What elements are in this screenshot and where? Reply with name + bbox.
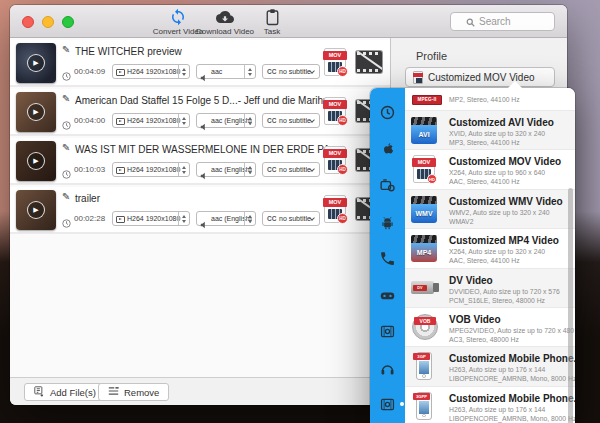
gamepad-icon[interactable] (379, 287, 396, 304)
profile-item[interactable]: WMV Customized WMV VideoWMV2, Auto size … (405, 190, 575, 229)
profile-item[interactable]: DV DV VideoDVVIDEO, Auto size up to 720 … (405, 269, 575, 308)
hd-badge: HD (337, 213, 348, 224)
output-format-icon[interactable]: MOVHD (324, 195, 346, 223)
headphones-icon[interactable] (379, 360, 396, 377)
file-row[interactable]: ▶ ✎ WAS IST MIT DER WASSERMELONE IN DER … (10, 138, 390, 185)
phone-icon[interactable] (379, 250, 396, 267)
video-format-select[interactable]: H264 1920x1080 (112, 162, 190, 177)
close-button[interactable] (22, 16, 34, 28)
profile-panel-title: Profile (416, 50, 447, 62)
video-thumbnail[interactable]: ▶ (16, 190, 56, 230)
add-files-button[interactable]: Add File(s) (24, 383, 106, 401)
popup-scrollbar[interactable] (568, 188, 573, 423)
speaker-icon (200, 215, 208, 233)
cc-icon: CC (267, 117, 276, 124)
subtitle-select[interactable]: CCno subtitle (262, 162, 320, 177)
profile-item[interactable]: AVI Customized AVI VideoXVID, Auto size … (405, 111, 575, 150)
search-icon (466, 13, 475, 31)
play-icon: ▶ (27, 103, 45, 121)
speaker-icon (200, 68, 208, 86)
mpeg2-badge-icon: MPEG-II (412, 95, 442, 105)
output-format-icon[interactable]: MOVHD (324, 146, 346, 174)
remove-label: Remove (124, 387, 159, 398)
selected-category-indicator (400, 402, 404, 406)
video-codec-icon (116, 118, 125, 125)
add-files-label: Add File(s) (50, 387, 96, 398)
camcorder-icon[interactable] (379, 177, 396, 194)
profile-picker-popup: MPEG-II MP2, Stereo, 44100 Hz AVI Custom… (370, 88, 575, 423)
task-button[interactable]: Task (237, 8, 307, 37)
output-format-icon[interactable]: MOVHD (324, 97, 346, 125)
video-thumbnail[interactable]: ▶ (16, 43, 56, 83)
file-list: ▶ ✎ THE WITCHER preview 00:04:09 H264 19… (10, 38, 390, 377)
stepper-icon[interactable] (178, 212, 189, 225)
recent-icon[interactable] (379, 104, 396, 121)
file-row[interactable]: ▶ ✎ trailer 00:02:28 H264 1920x1080 aac … (10, 187, 390, 234)
remove-button[interactable]: Remove (98, 383, 169, 401)
stepper-icon[interactable] (244, 212, 255, 225)
file-row[interactable]: ▶ ✎ American Dad Staffel 15 Folge 5 D...… (10, 89, 390, 136)
stepper-icon[interactable] (244, 65, 255, 78)
play-icon: ▶ (27, 201, 45, 219)
zoom-button[interactable] (62, 16, 74, 28)
hd-badge: HD (337, 66, 348, 77)
search-input[interactable] (479, 16, 539, 27)
video-thumbnail[interactable]: ▶ (16, 141, 56, 181)
video-format-select[interactable]: H264 1920x1080 (112, 113, 190, 128)
file-title: American Dad Staffel 15 Folge 5 D...- Je… (75, 95, 330, 106)
video-codec-icon (116, 216, 125, 223)
speaker-icon (200, 117, 208, 135)
popup-arrow (508, 81, 522, 88)
clock-icon (62, 165, 71, 183)
edit-title-icon[interactable]: ✎ (62, 191, 70, 202)
profile-select[interactable]: Customized MOV Video (405, 67, 555, 87)
film-format-icon[interactable] (379, 396, 396, 413)
audio-track-select[interactable]: aac (English) (196, 113, 256, 128)
edit-title-icon[interactable]: ✎ (62, 142, 70, 153)
mov-doc-icon (413, 71, 423, 84)
titlebar: Convert Video Download Video Task (10, 5, 567, 38)
stepper-icon[interactable] (178, 65, 189, 78)
edit-title-icon[interactable]: ✎ (62, 44, 70, 55)
mp4-format-icon: MP4 (410, 234, 444, 264)
hd-badge: HD (337, 115, 348, 126)
video-format-select[interactable]: H264 1920x1080 (112, 64, 190, 79)
duration-label: 00:04:09 (74, 67, 105, 76)
audio-track-select[interactable]: aac (196, 64, 256, 79)
stepper-icon[interactable] (244, 163, 255, 176)
apple-icon[interactable] (379, 141, 396, 158)
minimize-button[interactable] (42, 16, 54, 28)
profile-list: MPEG-II MP2, Stereo, 44100 Hz AVI Custom… (405, 88, 575, 423)
profile-item-partial[interactable]: MPEG-II MP2, Stereo, 44100 Hz (405, 88, 575, 111)
video-format-select[interactable]: H264 1920x1080 (112, 211, 190, 226)
subtitle-select[interactable]: CCno subtitle (262, 211, 320, 226)
profile-item[interactable]: 3GP Customized Mobile Phone...H263, Auto… (405, 347, 575, 386)
movie-icon[interactable] (379, 323, 396, 340)
stepper-icon[interactable] (178, 114, 189, 127)
profile-item[interactable]: 3GPP Customized Mobile Phone...H263, Aut… (405, 387, 575, 423)
3gpp-phone-icon: 3GPP (410, 392, 444, 422)
video-codec-icon (116, 167, 125, 174)
vob-disc-icon: VOB (410, 313, 444, 343)
clock-icon (62, 214, 71, 232)
android-icon[interactable] (379, 214, 396, 231)
audio-track-select[interactable]: aac (English) (196, 162, 256, 177)
video-thumbnail[interactable]: ▶ (16, 92, 56, 132)
stepper-icon[interactable] (178, 163, 189, 176)
output-format-icon[interactable]: MOVHD (324, 48, 346, 76)
edit-title-icon[interactable]: ✎ (62, 93, 70, 104)
speaker-icon (200, 166, 208, 184)
profile-item[interactable]: MP4 Customized MP4 VideoX264, Auto size … (405, 229, 575, 268)
wmv-format-icon: WMV (410, 195, 444, 225)
audio-track-select[interactable]: aac (English) (196, 211, 256, 226)
stepper-icon[interactable] (244, 114, 255, 127)
profile-item[interactable]: MOVHD Customized MOV VideoX264, Auto siz… (405, 150, 575, 189)
file-row[interactable]: ▶ ✎ THE WITCHER preview 00:04:09 H264 19… (10, 40, 390, 87)
subtitle-select[interactable]: CCno subtitle (262, 113, 320, 128)
file-title: THE WITCHER preview (75, 46, 330, 57)
subtitle-select[interactable]: CCno subtitle (262, 64, 320, 79)
remove-list-icon (108, 386, 119, 398)
edit-video-icon[interactable] (356, 51, 382, 73)
profile-item[interactable]: VOB VOB VideoMPEG2VIDEO, Auto size up to… (405, 308, 575, 347)
search-field[interactable] (450, 12, 555, 31)
